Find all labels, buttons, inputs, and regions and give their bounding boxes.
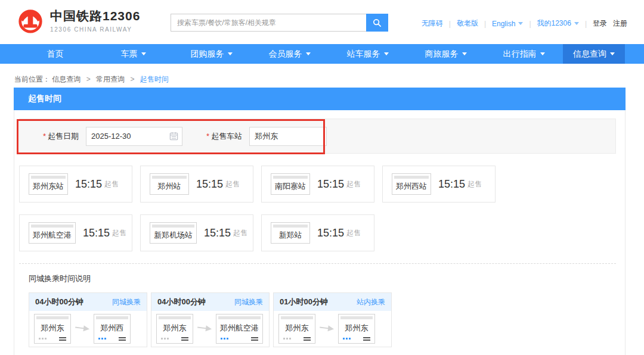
equals-icon bbox=[59, 336, 66, 341]
station-card[interactable]: 郑州航空港 15:15 起售 bbox=[19, 214, 132, 251]
station-card[interactable]: 南阳寨站 15:15 起售 bbox=[261, 166, 374, 203]
chevron-down-icon bbox=[141, 52, 146, 55]
link-english[interactable]: English bbox=[492, 20, 523, 28]
breadcrumb: 当前位置： 信息查询 > 常用查询 > 起售时间 bbox=[14, 74, 169, 85]
transfer-type-tag[interactable]: 站内换乘 bbox=[357, 297, 385, 307]
sale-station-label: 起售车站 bbox=[211, 131, 242, 142]
chevron-down-icon bbox=[540, 52, 545, 55]
transfer-card[interactable]: 04小时00分钟 同城换乘 郑州东 郑州航空港 bbox=[151, 292, 270, 347]
station-card[interactable]: 郑州站 15:15 起售 bbox=[140, 166, 253, 203]
query-form: * 起售日期 * 起售车站 bbox=[19, 119, 616, 154]
station-sign: 南阳寨站 bbox=[271, 173, 310, 195]
sale-time: 15:15 bbox=[317, 227, 344, 239]
transfer-type-tag[interactable]: 同城换乘 bbox=[112, 297, 141, 307]
chevron-down-icon bbox=[462, 52, 467, 55]
transfer-type-tag[interactable]: 同城换乘 bbox=[234, 297, 263, 307]
sale-time: 15:15 bbox=[317, 178, 344, 191]
sale-time: 15:15 bbox=[75, 178, 102, 191]
arrow-right-icon bbox=[319, 325, 335, 333]
sale-time: 15:15 bbox=[204, 227, 231, 239]
transfer-section-title: 同城换乘时间说明 bbox=[29, 273, 615, 284]
chevron-down-icon bbox=[306, 52, 311, 55]
site-logo[interactable]: 中国铁路12306 12306 CHINA RAILWAY bbox=[17, 7, 140, 34]
dots-icon bbox=[98, 338, 107, 340]
sale-date-input[interactable] bbox=[86, 127, 182, 146]
transfer-card[interactable]: 04小时00分钟 同城换乘 郑州东 郑州西 bbox=[29, 292, 147, 347]
station-sign: 郑州站 bbox=[150, 173, 189, 195]
login-link[interactable]: 登录 bbox=[593, 19, 607, 27]
register-link[interactable]: 注册 bbox=[613, 19, 627, 27]
breadcrumb-common-query[interactable]: 常用查询 bbox=[96, 75, 125, 83]
dots-icon bbox=[283, 338, 292, 340]
equals-icon bbox=[304, 336, 311, 341]
from-station-sign: 郑州东 bbox=[156, 314, 193, 344]
sale-station-input[interactable] bbox=[249, 127, 327, 146]
to-station-sign: 郑州东 bbox=[338, 314, 375, 344]
required-mark: * bbox=[206, 132, 209, 141]
station-results: 郑州东站 15:15 起售 郑州站 15:15 起售 南阳寨站 15:15 起售 bbox=[19, 166, 621, 263]
dots-icon bbox=[343, 338, 352, 340]
to-station-sign: 郑州航空港 bbox=[216, 314, 263, 344]
main-nav: 首页 车票 团购服务 会员服务 站车服务 商旅服务 出行指南 信息查询 bbox=[0, 44, 644, 64]
station-card[interactable]: 新郑机场站 15:15 起售 bbox=[140, 214, 253, 251]
chevron-down-icon bbox=[228, 52, 233, 55]
station-card[interactable]: 新郑站 15:15 起售 bbox=[261, 214, 374, 251]
chevron-down-icon bbox=[610, 52, 615, 55]
panel-body: * 起售日期 * 起售车站 bbox=[14, 110, 626, 355]
transfer-duration: 04小时00分钟 bbox=[157, 297, 206, 307]
station-card[interactable]: 郑州东站 15:15 起售 bbox=[19, 166, 132, 203]
equals-icon bbox=[251, 336, 258, 341]
panel-title: 起售时间 bbox=[28, 94, 61, 104]
transfer-cards: 04小时00分钟 同城换乘 郑州东 郑州西 bbox=[29, 292, 615, 347]
search-button[interactable] bbox=[366, 14, 388, 32]
sale-date-label: 起售日期 bbox=[48, 131, 79, 142]
chevron-down-icon bbox=[574, 22, 579, 25]
link-my-12306[interactable]: 我的12306 bbox=[537, 18, 579, 29]
page: 中国铁路12306 12306 CHINA RAILWAY 无障碍 | 敬老版 … bbox=[0, 0, 644, 355]
panel-header: 起售时间 bbox=[14, 88, 626, 110]
link-accessibility[interactable]: 无障碍 bbox=[422, 18, 443, 29]
from-station-sign: 郑州东 bbox=[34, 314, 71, 344]
link-elder-version[interactable]: 敬老版 bbox=[457, 18, 478, 29]
nav-group-service[interactable]: 团购服务 bbox=[172, 44, 250, 64]
top-header: 中国铁路12306 12306 CHINA RAILWAY 无障碍 | 敬老版 … bbox=[0, 0, 644, 44]
station-sign: 郑州东站 bbox=[29, 173, 68, 195]
arrow-right-icon bbox=[197, 325, 212, 333]
link-separator: | bbox=[529, 20, 531, 28]
transfer-duration: 01小时00分钟 bbox=[280, 297, 328, 307]
sale-time-panel: 起售时间 * 起售日期 * bbox=[14, 88, 626, 355]
link-separator: | bbox=[449, 20, 451, 28]
top-links: 无障碍 | 敬老版 | English | 我的12306 | 登录注册 bbox=[422, 18, 627, 29]
breadcrumb-info-query[interactable]: 信息查询 bbox=[52, 75, 80, 83]
station-sign: 郑州西站 bbox=[392, 173, 431, 195]
nav-member-service[interactable]: 会员服务 bbox=[250, 44, 329, 64]
china-railway-emblem-icon bbox=[17, 7, 44, 34]
station-sign: 郑州航空港 bbox=[29, 222, 76, 244]
nav-home[interactable]: 首页 bbox=[16, 44, 94, 64]
search-icon bbox=[373, 18, 382, 27]
dots-icon bbox=[161, 338, 170, 340]
search-bar bbox=[171, 14, 388, 32]
station-sign: 新郑站 bbox=[271, 222, 310, 244]
chevron-down-icon bbox=[518, 22, 523, 25]
sale-time: 15:15 bbox=[83, 227, 110, 239]
nav-business-service[interactable]: 商旅服务 bbox=[407, 44, 485, 64]
nav-info-query[interactable]: 信息查询 bbox=[563, 44, 625, 64]
nav-travel-guide[interactable]: 出行指南 bbox=[485, 44, 563, 64]
calendar-icon[interactable] bbox=[169, 132, 178, 141]
logo-title: 中国铁路12306 bbox=[50, 8, 140, 24]
search-input[interactable] bbox=[171, 14, 366, 32]
nav-station-service[interactable]: 站车服务 bbox=[329, 44, 407, 64]
required-mark: * bbox=[43, 132, 46, 141]
nav-tickets[interactable]: 车票 bbox=[94, 44, 172, 64]
arrow-right-icon bbox=[75, 325, 90, 333]
transfer-card[interactable]: 01小时00分钟 站内换乘 郑州东 郑州东 bbox=[273, 292, 392, 347]
equals-icon bbox=[119, 336, 126, 341]
station-card[interactable]: 郑州西站 15:15 起售 bbox=[382, 166, 496, 203]
breadcrumb-sale-time: 起售时间 bbox=[140, 75, 169, 83]
station-sign: 新郑机场站 bbox=[150, 222, 197, 244]
chevron-down-icon bbox=[384, 52, 389, 55]
from-station-sign: 郑州东 bbox=[278, 314, 315, 344]
sale-time: 15:15 bbox=[438, 178, 465, 191]
sale-time: 15:15 bbox=[196, 178, 223, 191]
